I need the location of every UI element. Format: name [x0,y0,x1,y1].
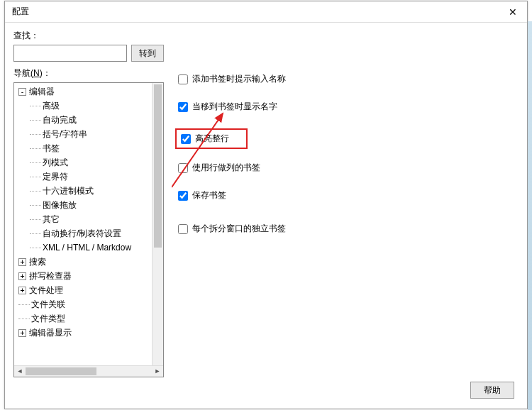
option-label: 每个拆分窗口的独立书签 [192,223,286,235]
option-add-bookmark-prompt[interactable]: 添加书签时提示输入名称 [178,73,519,85]
tree-item[interactable]: 其它 [14,212,155,226]
tree-item[interactable]: 定界符 [14,170,155,184]
tree-item-label: 十六进制模式 [43,186,94,196]
tree-item-label: 书签 [43,143,60,153]
expand-icon[interactable]: + [18,287,26,294]
checkbox-per-split-bookmark[interactable] [178,224,188,234]
option-save-bookmarks[interactable]: 保存书签 [178,189,519,201]
hscroll-right-arrow-icon[interactable]: ► [152,366,163,377]
tree-item[interactable]: 高级 [14,99,155,113]
tree-connector-icon [18,304,30,305]
nav-tree: -编辑器高级自动完成括号/字符串书签列模式定界符十六进制模式图像拖放其它自动换行… [14,83,155,341]
nav-label-prefix: 导航( [13,68,33,78]
option-per-split-bookmark[interactable]: 每个拆分窗口的独立书签 [178,223,519,235]
option-row-as-col-bookmark[interactable]: 使用行做列的书签 [178,162,519,174]
checkbox-row-as-col-bookmark[interactable] [178,163,188,173]
checkbox-save-bookmarks[interactable] [178,191,188,201]
collapse-icon[interactable]: - [18,88,26,96]
option-label: 添加书签时提示输入名称 [192,73,286,85]
left-column: 导航(N)： -编辑器高级自动完成括号/字符串书签列模式定界符十六进制模式图像拖… [13,67,164,377]
option-show-name-on-move[interactable]: 当移到书签时显示名字 [178,101,519,113]
horizontal-scrollbar[interactable]: ◄ ► [14,365,163,377]
horizontal-scroll-thumb[interactable] [26,367,96,375]
nav-label-suffix: )： [40,68,51,78]
tree-item-label: 文件处理 [29,285,63,295]
nav-label: 导航(N)： [13,67,164,79]
tree-item[interactable]: +搜索 [14,255,155,269]
vertical-scroll-thumb[interactable] [154,84,162,248]
tree-item-label: 文件关联 [31,299,65,309]
search-input[interactable] [13,45,127,62]
search-section: 查找： 转到 [13,30,519,62]
dialog-footer: 帮助 [13,377,519,403]
tree-item-label: 列模式 [43,157,68,167]
main-row: 导航(N)： -编辑器高级自动完成括号/字符串书签列模式定界符十六进制模式图像拖… [13,67,519,377]
tree-item[interactable]: 书签 [14,141,155,155]
annotation-highlight-box: 高亮整行 [172,128,519,162]
tree-item[interactable]: +拼写检查器 [14,269,155,283]
tree-connector-icon [30,191,41,192]
checkbox-highlight-row[interactable] [181,134,191,144]
tree-item[interactable]: 自动完成 [14,113,155,127]
tree-item[interactable]: +编辑器显示 [14,326,155,340]
tree-item-label: 拼写检查器 [29,271,72,281]
config-dialog: 配置 ✕ 查找： 转到 导航(N)： -编辑器高级自动完成括号/字符串书签列模式… [4,1,528,409]
expand-icon[interactable]: + [18,258,26,266]
checkbox-add-bookmark-prompt[interactable] [178,74,188,84]
nav-label-key: N [33,68,40,78]
tree-connector-icon [30,248,41,248]
option-label: 高亮整行 [195,133,229,145]
option-label: 使用行做列的书签 [192,162,260,174]
tree-item[interactable]: -编辑器 [14,84,155,99]
goto-button[interactable]: 转到 [131,45,164,62]
tree-item-label: 图像拖放 [43,200,77,210]
vertical-scrollbar[interactable] [152,83,163,365]
hscroll-track[interactable] [26,366,152,377]
tree-connector-icon [18,318,30,319]
dialog-body: 查找： 转到 导航(N)： -编辑器高级自动完成括号/字符串书签列模式定界符十六… [5,23,527,409]
tree-item-label: 自动完成 [43,115,77,125]
close-icon: ✕ [509,6,517,18]
tree-item-label: 其它 [43,214,60,224]
tree-item-label: 自动换行/制表符设置 [43,228,121,238]
nav-tree-scroll[interactable]: -编辑器高级自动完成括号/字符串书签列模式定界符十六进制模式图像拖放其它自动换行… [14,83,163,365]
tree-item[interactable]: 文件类型 [14,311,155,326]
tree-item-label: 定界符 [43,172,68,182]
expand-icon[interactable]: + [18,329,26,337]
expand-icon[interactable]: + [18,272,26,280]
tree-item[interactable]: XML / HTML / Markdow [14,240,155,255]
option-highlight-row[interactable]: 高亮整行 [175,128,248,149]
tree-item[interactable]: 括号/字符串 [14,127,155,141]
hscroll-left-arrow-icon[interactable]: ◄ [14,366,26,377]
tree-item[interactable]: 十六进制模式 [14,184,155,198]
background-strip [528,21,532,410]
tree-item[interactable]: 自动换行/制表符设置 [14,226,155,240]
tree-item-label: 括号/字符串 [43,129,87,139]
tree-connector-icon [30,162,41,163]
tree-connector-icon [30,106,41,106]
tree-connector-icon [30,233,41,234]
tree-connector-icon [30,219,41,220]
tree-connector-icon [30,148,41,149]
tree-item[interactable]: 图像拖放 [14,198,155,212]
nav-tree-container: -编辑器高级自动完成括号/字符串书签列模式定界符十六进制模式图像拖放其它自动换行… [13,82,164,377]
tree-item-label: 编辑器显示 [29,328,72,338]
tree-connector-icon [30,177,41,177]
tree-item-label: 编辑器 [29,87,55,96]
option-label: 保存书签 [192,189,226,201]
help-button[interactable]: 帮助 [470,382,514,399]
tree-item[interactable]: 列模式 [14,155,155,170]
close-button[interactable]: ✕ [499,1,527,23]
tree-item-label: XML / HTML / Markdow [43,243,131,253]
tree-item-label: 搜索 [29,257,46,267]
option-label: 当移到书签时显示名字 [192,101,277,113]
tree-item[interactable]: 文件关联 [14,297,155,311]
tree-item-label: 高级 [43,101,60,111]
titlebar: 配置 ✕ [5,1,527,23]
tree-connector-icon [30,120,41,121]
tree-connector-icon [30,134,41,135]
checkbox-show-name-on-move[interactable] [178,102,188,112]
search-label: 查找： [13,30,519,42]
tree-item[interactable]: +文件处理 [14,283,155,297]
options-panel: 添加书签时提示输入名称 当移到书签时显示名字 高亮整行 使用行做列的书签 [172,67,519,377]
